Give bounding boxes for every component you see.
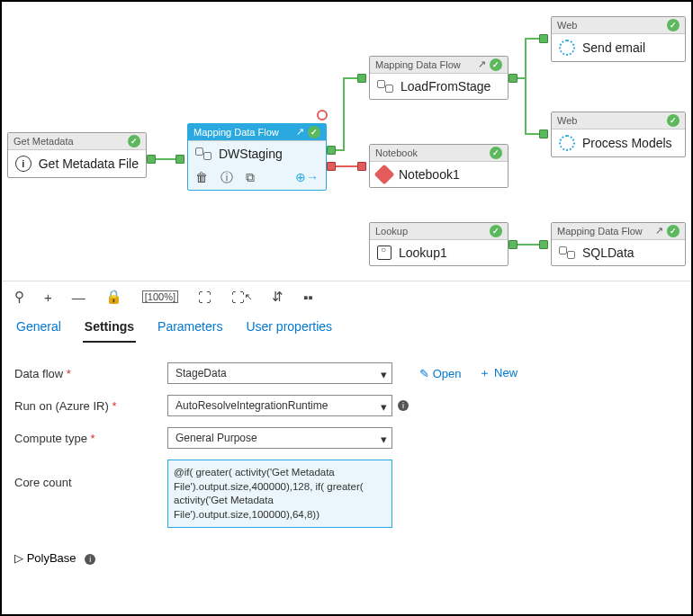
node-process-models[interactable]: Web✓ Process Models: [551, 112, 686, 157]
connector-fail: [336, 165, 359, 167]
add-icon[interactable]: +: [44, 290, 52, 305]
delete-icon[interactable]: 🗑: [195, 170, 208, 186]
remove-icon[interactable]: —: [72, 290, 86, 305]
polybase-section[interactable]: ▷ PolyBase i: [2, 548, 691, 574]
runon-select[interactable]: AutoResolveIntegrationRuntime▾: [167, 395, 392, 416]
node-label: Notebook1: [399, 167, 460, 182]
connector: [343, 77, 345, 151]
node-action-bar: 🗑 ⓘ ⧉ ⊕→: [188, 166, 326, 190]
chevron-down-icon: ▾: [381, 400, 387, 414]
node-type-label: Web: [557, 115, 577, 126]
info-icon[interactable]: i: [85, 554, 95, 565]
lookup-icon: [377, 246, 392, 260]
notebook-icon: [374, 165, 395, 185]
success-port[interactable]: [147, 155, 156, 164]
dataflow-icon: [377, 80, 393, 93]
web-icon: [559, 135, 575, 151]
copy-icon[interactable]: ⧉: [246, 170, 255, 186]
success-port[interactable]: [508, 240, 518, 249]
success-port[interactable]: [327, 146, 336, 155]
node-label: Send email: [582, 40, 645, 55]
node-send-email[interactable]: Web✓ Send email: [551, 16, 686, 62]
open-external-icon[interactable]: ↗: [478, 58, 486, 69]
settings-form: Data flow StageData▾ ✎ Open ＋ New Run on…: [2, 343, 691, 548]
connector: [525, 38, 526, 135]
dataflow-icon: [559, 246, 575, 259]
node-type-label: Mapping Data Flow: [194, 127, 279, 138]
fit-icon[interactable]: ⛶: [198, 290, 212, 305]
success-port[interactable]: [508, 74, 518, 83]
layout-icon[interactable]: ⇵: [272, 289, 284, 305]
status-check-icon: ✓: [128, 135, 140, 147]
new-dataflow-link[interactable]: ＋ New: [479, 365, 518, 381]
node-type-label: Get Metadata: [14, 136, 74, 147]
status-check-icon: ✓: [490, 147, 502, 159]
node-dwstaging[interactable]: Mapping Data Flow↗✓ DWStaging 🗑 ⓘ ⧉ ⊕→: [187, 123, 327, 191]
open-dataflow-link[interactable]: ✎ Open: [419, 367, 461, 380]
node-label: DWStaging: [219, 147, 283, 161]
tab-parameters[interactable]: Parameters: [156, 312, 224, 343]
connector: [336, 149, 343, 151]
compute-select[interactable]: General Purpose▾: [167, 427, 392, 449]
settings-tabs: General Settings Parameters User propert…: [2, 312, 691, 343]
info-icon: i: [15, 156, 32, 172]
failure-port[interactable]: [357, 162, 366, 171]
web-icon: [559, 40, 575, 56]
node-label: Get Metadata File: [39, 156, 139, 171]
tab-user-properties[interactable]: User properties: [244, 312, 334, 343]
tab-settings[interactable]: Settings: [83, 312, 136, 343]
canvas-toolbar: ⚲ + — 🔒 [100%] ⛶ ⛶↖ ⇵ ▪▪: [2, 281, 691, 312]
node-type-label: Web: [557, 20, 577, 31]
add-branch-icon[interactable]: ⊕→: [295, 170, 319, 186]
open-external-icon[interactable]: ↗: [655, 225, 663, 236]
info-small-icon[interactable]: ⓘ: [220, 170, 233, 186]
view-icon[interactable]: ▪▪: [303, 290, 313, 305]
open-external-icon[interactable]: ↗: [296, 126, 304, 137]
success-port[interactable]: [357, 74, 366, 83]
status-check-icon: ✓: [667, 225, 680, 237]
status-check-icon: ✓: [490, 225, 502, 237]
breakpoint-icon[interactable]: [317, 110, 328, 121]
status-check-icon: ✓: [667, 114, 680, 127]
node-get-metadata[interactable]: Get Metadata✓ iGet Metadata File: [7, 132, 147, 178]
node-type-label: Mapping Data Flow: [375, 59, 461, 70]
node-label: SQLData: [582, 246, 634, 260]
node-sqldata[interactable]: Mapping Data Flow↗✓ SQLData: [551, 222, 686, 266]
node-type-label: Notebook: [375, 147, 418, 158]
connector: [518, 244, 541, 246]
lock-icon[interactable]: 🔒: [105, 289, 122, 305]
dataflow-select[interactable]: StageData▾: [167, 362, 392, 384]
corecount-label: Core count: [14, 460, 167, 489]
corecount-expression[interactable]: @if( greater( activity('Get Metadata Fil…: [167, 460, 392, 528]
connector: [156, 158, 176, 160]
chevron-down-icon: ▾: [381, 433, 387, 446]
node-label: LoadFromStage: [400, 79, 490, 94]
node-label: Process Models: [582, 136, 672, 150]
success-port[interactable]: [176, 155, 184, 164]
info-icon[interactable]: i: [398, 400, 409, 411]
chevron-down-icon: ▾: [381, 368, 387, 381]
node-type-label: Mapping Data Flow: [557, 226, 643, 237]
node-type-label: Lookup: [375, 226, 408, 237]
tab-general[interactable]: General: [14, 312, 63, 343]
success-port[interactable]: [539, 129, 548, 138]
status-check-icon: ✓: [667, 19, 680, 31]
dataflow-icon: [195, 147, 212, 160]
failure-port[interactable]: [327, 162, 336, 171]
status-check-icon: ✓: [308, 126, 320, 138]
runon-label: Run on (Azure IR): [14, 399, 167, 413]
connector: [518, 77, 525, 79]
success-port[interactable]: [539, 34, 548, 43]
success-port[interactable]: [539, 240, 548, 249]
zoom-pct-icon[interactable]: [100%]: [142, 290, 178, 303]
pipeline-canvas[interactable]: Get Metadata✓ iGet Metadata File Mapping…: [2, 2, 691, 281]
node-notebook[interactable]: Notebook✓ Notebook1: [369, 144, 508, 188]
node-label: Lookup1: [399, 246, 447, 260]
status-check-icon: ✓: [490, 58, 502, 71]
node-lookup[interactable]: Lookup✓ Lookup1: [369, 222, 508, 266]
search-icon[interactable]: ⚲: [14, 289, 24, 305]
select-icon[interactable]: ⛶↖: [231, 290, 252, 305]
node-load-from-stage[interactable]: Mapping Data Flow↗✓ LoadFromStage: [369, 56, 508, 100]
compute-label: Compute type: [14, 432, 167, 445]
dataflow-label: Data flow: [14, 367, 167, 380]
